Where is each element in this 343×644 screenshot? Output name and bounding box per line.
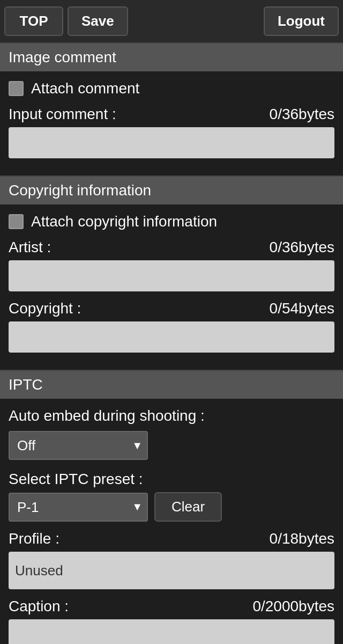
top-button[interactable]: TOP [4,6,63,36]
input-comment-label: Input comment : [9,106,116,123]
input-comment-field[interactable] [9,127,334,158]
clear-button[interactable]: Clear [154,492,222,522]
auto-embed-dropdown-container: Off On ▼ [9,431,334,460]
artist-field[interactable] [9,260,334,291]
caption-label: Caption : [9,598,69,615]
caption-field[interactable] [9,619,334,644]
artist-row: Artist : 0/36bytes [9,239,334,256]
attach-copyright-row: Attach copyright information [9,213,334,230]
iptc-content: Auto embed during shooting : Off On ▼ Se… [0,399,343,644]
artist-label: Artist : [9,239,51,256]
save-button[interactable]: Save [68,6,128,36]
copyright-field[interactable] [9,321,334,353]
caption-bytes: 0/2000bytes [252,598,334,615]
attach-copyright-label: Attach copyright information [31,213,217,230]
auto-embed-dropdown-wrapper: Off On ▼ [9,431,148,460]
image-comment-content: Attach comment Input comment : 0/36bytes [0,71,343,175]
input-comment-bytes: 0/36bytes [270,106,334,123]
profile-label: Profile : [9,530,59,547]
attach-copyright-checkbox[interactable] [9,214,24,229]
copyright-label: Copyright : [9,300,81,317]
auto-embed-select[interactable]: Off On [9,431,148,460]
attach-comment-row: Attach comment [9,80,334,97]
logout-button[interactable]: Logout [264,6,339,36]
input-comment-row: Input comment : 0/36bytes [9,106,334,123]
preset-select[interactable]: P-1 P-2 P-3 [9,493,148,522]
select-preset-label: Select IPTC preset : [9,471,143,488]
preset-dropdown-wrapper: P-1 P-2 P-3 ▼ [9,493,148,522]
caption-row: Caption : 0/2000bytes [9,598,334,615]
preset-row: P-1 P-2 P-3 ▼ Clear [9,492,334,522]
artist-bytes: 0/36bytes [270,239,334,256]
toolbar: TOP Save Logout [0,0,343,43]
copyright-content: Attach copyright information Artist : 0/… [0,204,343,370]
auto-embed-label: Auto embed during shooting : [9,407,334,425]
select-preset-label-row: Select IPTC preset : [9,471,334,488]
copyright-bytes: 0/54bytes [270,300,334,317]
attach-comment-checkbox[interactable] [9,81,24,96]
copyright-header: Copyright information [0,177,343,204]
attach-comment-label: Attach comment [31,80,139,97]
profile-bytes: 0/18bytes [270,530,334,547]
profile-field[interactable] [9,552,334,589]
copyright-row: Copyright : 0/54bytes [9,300,334,317]
image-comment-header: Image comment [0,43,343,71]
profile-row: Profile : 0/18bytes [9,530,334,547]
iptc-header: IPTC [0,371,343,399]
